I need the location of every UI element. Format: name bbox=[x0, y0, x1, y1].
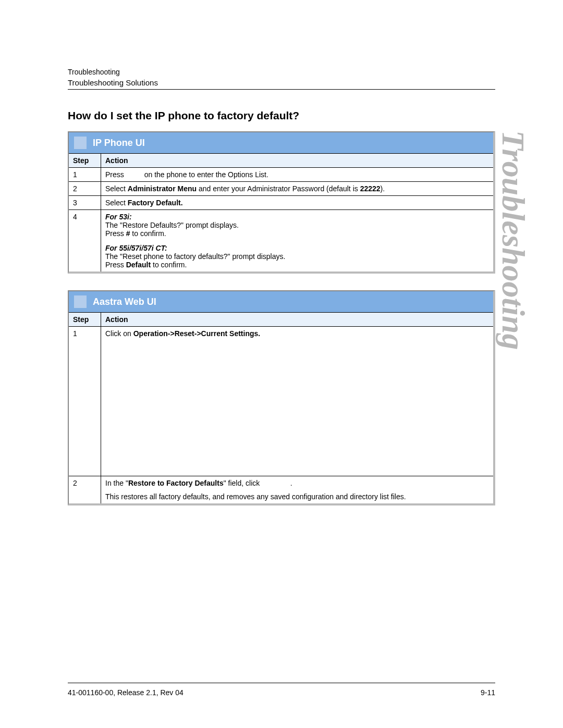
header-chapter: Troubleshooting bbox=[68, 68, 495, 76]
step-action: Press on the phone to enter the Options … bbox=[101, 168, 494, 182]
col-header-action: Action bbox=[101, 313, 494, 327]
step-action: For 53i: The "Restore Defaults?" prompt … bbox=[101, 210, 494, 272]
title-icon bbox=[74, 137, 87, 149]
step-action: In the "Restore to Factory Defaults" fie… bbox=[101, 476, 494, 504]
table-row: 4 For 53i: The "Restore Defaults?" promp… bbox=[69, 210, 493, 272]
step-action: Click on Operation->Reset->Current Setti… bbox=[101, 327, 494, 341]
procedure-box-ip-phone-ui: IP Phone UI Step Action 1 Press on the p… bbox=[68, 131, 495, 274]
step-number: 4 bbox=[69, 210, 101, 272]
page-footer: 41-001160-00, Release 2.1, Rev 04 9-11 bbox=[68, 688, 495, 697]
step-action: Select Factory Default. bbox=[101, 196, 494, 210]
footer-area: 41-001160-00, Release 2.1, Rev 04 9-11 bbox=[68, 662, 495, 697]
col-header-action: Action bbox=[101, 154, 494, 168]
col-header-step: Step bbox=[69, 313, 101, 327]
table-row: 1 Click on Operation->Reset->Current Set… bbox=[69, 327, 493, 341]
header-rule bbox=[68, 89, 495, 90]
procedure-title: IP Phone UI bbox=[93, 138, 145, 149]
footer-rule bbox=[68, 683, 495, 683]
step-number: 2 bbox=[69, 182, 101, 196]
step-number: 3 bbox=[69, 196, 101, 210]
steps-table: Step Action 1 Press on the phone to ente… bbox=[69, 153, 493, 272]
procedure-title: Aastra Web UI bbox=[93, 297, 156, 307]
side-watermark: Troubleshooting bbox=[495, 130, 532, 350]
table-row: 3 Select Factory Default. bbox=[69, 196, 493, 210]
table-row: 2 Select Administrator Menu and enter yo… bbox=[69, 182, 493, 196]
header-section: Troubleshooting Solutions bbox=[68, 78, 495, 87]
title-icon bbox=[74, 295, 87, 308]
page-root: Troubleshooting Troubleshooting Troubles… bbox=[0, 0, 563, 728]
step-number: 2 bbox=[69, 476, 101, 504]
procedure-title-bar: Aastra Web UI bbox=[69, 291, 493, 312]
footer-left: 41-001160-00, Release 2.1, Rev 04 bbox=[68, 688, 183, 697]
step-number: 1 bbox=[69, 327, 101, 341]
section-heading: How do I set the IP phone to factory def… bbox=[68, 109, 495, 122]
footer-right: 9-11 bbox=[481, 688, 495, 697]
table-row: 2 In the "Restore to Factory Defaults" f… bbox=[69, 476, 493, 504]
step-action: Select Administrator Menu and enter your… bbox=[101, 182, 494, 196]
table-row: 1 Press on the phone to enter the Option… bbox=[69, 168, 493, 182]
procedure-box-aastra-web-ui: Aastra Web UI Step Action 1 Click on Ope… bbox=[68, 290, 495, 505]
procedure-title-bar: IP Phone UI bbox=[69, 132, 493, 153]
table-row-gap bbox=[69, 340, 493, 476]
step-number: 1 bbox=[69, 168, 101, 182]
steps-table: Step Action 1 Click on Operation->Reset-… bbox=[69, 312, 493, 503]
col-header-step: Step bbox=[69, 154, 101, 168]
